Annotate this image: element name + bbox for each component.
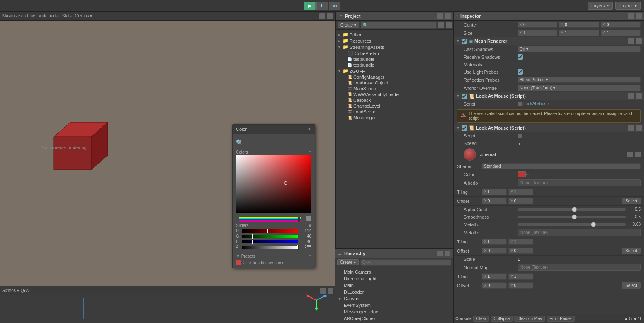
hier-item-main-camera[interactable]: Main Camera — [335, 269, 453, 275]
receive-shadows-check[interactable] — [518, 54, 523, 60]
project-filter-icon[interactable] — [446, 22, 452, 28]
metallic-slider[interactable] — [518, 223, 626, 226]
tree-item-testbundle1[interactable]: 📄 testbundle — [336, 56, 453, 62]
eyedropper-icon[interactable]: 🔍 — [236, 139, 243, 146]
tree-item-configmanager[interactable]: 📜 ConfigManager — [336, 74, 453, 80]
step-button[interactable]: ⏭ — [329, 2, 340, 10]
center-y-field[interactable]: Y 0 — [559, 22, 599, 28]
look-at-mouse-1-section[interactable]: ▼ 📜 Look At Mouse (Script) — [454, 92, 644, 100]
console-clear-on-play-btn[interactable]: Clear on Play — [514, 316, 545, 322]
anchor-override-dropdown[interactable]: None (Transform) ▾ — [518, 85, 641, 91]
a-slider[interactable] — [242, 246, 298, 249]
offset-3-x[interactable]: X 0 — [482, 282, 507, 289]
r-slider[interactable] — [242, 229, 298, 233]
mesh-renderer-toggle[interactable] — [462, 39, 467, 44]
mute-audio[interactable]: Mute audio — [38, 14, 58, 18]
select-btn-2[interactable]: Select — [622, 248, 641, 254]
mr-ref-icon[interactable] — [628, 38, 634, 44]
scene-view[interactable]: No cameras rendering Color ✕ 🔍 Colors ≡ — [0, 21, 335, 286]
tree-item-messenger[interactable]: 📜 Messenger — [336, 115, 453, 121]
lam2-gear-icon[interactable] — [636, 125, 642, 131]
offset-2-x[interactable]: X 0 — [482, 248, 507, 254]
play-button[interactable]: ▶ — [304, 2, 316, 10]
stats-btn[interactable]: Stats — [62, 14, 72, 18]
hier-item-arcore[interactable]: ARCore(Clone) — [335, 315, 453, 322]
lock-icon[interactable] — [319, 13, 325, 19]
pause-button[interactable]: ⏸ — [316, 2, 328, 10]
script-1-ref[interactable]: LookAtMouse — [518, 101, 641, 106]
hier-lock-icon[interactable] — [437, 251, 443, 256]
lam1-ref-icon[interactable] — [628, 93, 634, 99]
tree-item-zguff[interactable]: ▼ 📁 ZGUFF — [336, 68, 453, 74]
tree-item-mainscene[interactable]: 🎬 MainScene — [336, 86, 453, 92]
look-at-mouse-1-toggle[interactable] — [462, 94, 467, 99]
normal-map-texture[interactable]: None (Texture) — [518, 264, 641, 271]
project-search-icon[interactable] — [438, 22, 444, 28]
mat-gear-icon[interactable] — [635, 152, 641, 157]
hier-menu-icon[interactable] — [445, 251, 450, 256]
hue-bar[interactable] — [239, 217, 301, 222]
tree-item-wwwassembly[interactable]: 📜 WWWAssemblyLoader — [336, 92, 453, 97]
hier-item-dlloader[interactable]: DLLoader — [335, 289, 453, 295]
layout-dropdown[interactable]: Layout ▾ — [615, 2, 641, 10]
tiling-2-x[interactable]: X 1 — [482, 239, 507, 245]
hier-item-messengerhelper[interactable]: MessengerHelper — [335, 309, 453, 315]
hier-item-directional-light[interactable]: Directional Light — [335, 275, 453, 282]
size-y-field[interactable]: Y 1 — [559, 30, 599, 36]
color-gradient-area[interactable] — [236, 155, 311, 213]
hier-create-btn[interactable]: Create ▾ — [337, 259, 359, 265]
script-2-ref[interactable] — [518, 134, 641, 138]
tree-item-loadasset[interactable]: 📜 LoadAssetObject — [336, 80, 453, 86]
console-error-pause-btn[interactable]: Error Pause — [547, 316, 574, 322]
mat-ref-icon[interactable] — [627, 152, 633, 157]
project-create-btn[interactable]: Create ▾ — [338, 22, 359, 28]
look-at-mouse-2-section[interactable]: ▼ 📜 Look At Mouse (Script) — [454, 124, 644, 132]
hier-item-main[interactable]: Main — [335, 282, 453, 289]
color-picker-dialog[interactable]: Color ✕ 🔍 Colors ≡ — [232, 124, 315, 268]
tiling-3-y[interactable]: Y 1 — [508, 273, 533, 280]
color-edit-icon[interactable]: ✏ — [526, 172, 529, 177]
reflection-probes-dropdown[interactable]: Blend Probes ▾ — [518, 77, 641, 83]
lam1-gear-icon[interactable] — [636, 93, 642, 99]
gizmos-label[interactable]: Gizmos ▾ — [2, 288, 19, 293]
mesh-renderer-section[interactable]: ▼ ▣ Mesh Renderer — [454, 37, 644, 45]
shader-value[interactable]: Standard — [482, 163, 641, 169]
hier-item-canvas[interactable]: ▶ Canvas — [335, 295, 453, 302]
hierarchy-search-input[interactable] — [360, 259, 451, 266]
tiling-1-y[interactable]: Y 1 — [508, 189, 533, 195]
tree-item-editor[interactable]: ▶ 📁 Editor — [336, 31, 453, 38]
project-menu-icon[interactable] — [445, 13, 451, 19]
offset-2-y[interactable]: Y 0 — [508, 248, 533, 254]
offset-1-y[interactable]: Y 0 — [508, 198, 533, 204]
look-at-mouse-2-toggle[interactable] — [462, 125, 467, 131]
tiling-2-y[interactable]: Y 1 — [508, 239, 533, 245]
project-lock-icon[interactable] — [437, 13, 443, 19]
mr-gear-icon[interactable] — [636, 38, 642, 44]
alpha-bar[interactable] — [306, 216, 311, 221]
menu-icon[interactable] — [327, 13, 333, 19]
q-all-label[interactable]: Q▾All — [21, 288, 31, 293]
center-z-field[interactable]: Z 0 — [601, 22, 641, 28]
tree-item-resources[interactable]: ▶ 📁 Resources — [336, 38, 453, 44]
albedo-texture[interactable]: None (Texture) — [518, 179, 641, 186]
hier-item-eventsystem[interactable]: EventSystem — [335, 302, 453, 309]
tree-item-cubeprefab[interactable]: ⬛ CubePrefab — [336, 50, 453, 56]
tree-item-callback[interactable]: 📜 Callback — [336, 97, 453, 103]
offset-3-y[interactable]: Y 0 — [508, 282, 533, 289]
tree-item-testbundle2[interactable]: 📄 testbundle — [336, 62, 453, 68]
menu-icon-2[interactable] — [328, 288, 333, 294]
size-z-field[interactable]: Z 1 — [601, 30, 641, 36]
tiling-3-x[interactable]: X 1 — [482, 273, 507, 280]
lam2-ref-icon[interactable] — [628, 125, 634, 131]
b-slider[interactable] — [242, 240, 298, 243]
console-collapse-btn[interactable]: Collapse — [491, 316, 513, 322]
tree-item-streaming[interactable]: ▼ 📁 StreamingAssets — [336, 44, 453, 50]
size-x-field[interactable]: X 1 — [518, 30, 557, 36]
add-preset[interactable]: Click to add new preset — [236, 260, 311, 265]
tree-item-loadscene[interactable]: 🎬 LoadScene — [336, 109, 453, 115]
insp-lock-icon[interactable] — [628, 13, 634, 19]
layers-dropdown[interactable]: Layers ▾ — [588, 2, 613, 10]
project-search-input[interactable] — [361, 22, 437, 29]
tree-item-changelevel[interactable]: 📜 ChangeLevel — [336, 103, 453, 109]
g-slider[interactable] — [242, 235, 298, 238]
